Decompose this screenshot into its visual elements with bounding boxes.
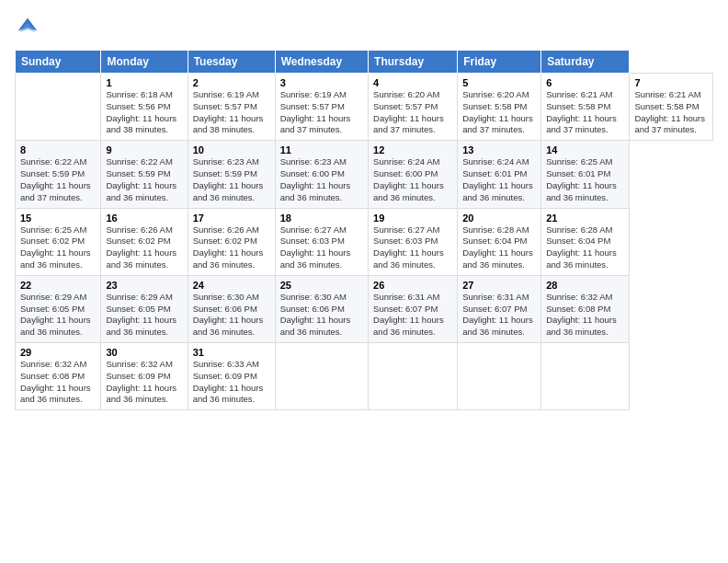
header-day: Thursday bbox=[369, 51, 458, 74]
day-number: 16 bbox=[106, 213, 182, 224]
day-info: Sunrise: 6:28 AMSunset: 6:04 PMDaylight:… bbox=[462, 224, 536, 271]
calendar-day-cell: 7Sunrise: 6:21 AMSunset: 5:58 PMDaylight… bbox=[630, 74, 713, 141]
day-info: Sunrise: 6:23 AMSunset: 5:59 PMDaylight:… bbox=[193, 156, 270, 203]
calendar-day-cell: 16Sunrise: 6:26 AMSunset: 6:02 PMDayligh… bbox=[101, 208, 188, 275]
calendar-day-cell: 13Sunrise: 6:24 AMSunset: 6:01 PMDayligh… bbox=[458, 141, 541, 208]
day-info: Sunrise: 6:21 AMSunset: 5:58 PMDaylight:… bbox=[634, 89, 708, 136]
calendar-day-cell bbox=[369, 343, 458, 410]
day-info: Sunrise: 6:32 AMSunset: 6:09 PMDaylight:… bbox=[106, 359, 182, 406]
day-number: 22 bbox=[20, 280, 96, 291]
header-day: Saturday bbox=[541, 51, 630, 74]
day-info: Sunrise: 6:31 AMSunset: 6:07 PMDaylight:… bbox=[373, 292, 452, 339]
day-number: 5 bbox=[462, 77, 536, 88]
calendar-day-cell bbox=[275, 343, 368, 410]
calendar-day-cell: 10Sunrise: 6:23 AMSunset: 5:59 PMDayligh… bbox=[188, 141, 275, 208]
calendar-day-cell: 15Sunrise: 6:25 AMSunset: 6:02 PMDayligh… bbox=[16, 208, 101, 275]
day-info: Sunrise: 6:25 AMSunset: 6:02 PMDaylight:… bbox=[20, 224, 96, 271]
day-info: Sunrise: 6:27 AMSunset: 6:03 PMDaylight:… bbox=[373, 224, 452, 271]
day-info: Sunrise: 6:26 AMSunset: 6:02 PMDaylight:… bbox=[106, 224, 182, 271]
day-info: Sunrise: 6:19 AMSunset: 5:57 PMDaylight:… bbox=[193, 89, 270, 136]
day-info: Sunrise: 6:24 AMSunset: 6:00 PMDaylight:… bbox=[373, 156, 452, 203]
calendar-week-row: 29Sunrise: 6:32 AMSunset: 6:08 PMDayligh… bbox=[16, 343, 713, 410]
calendar-day-cell: 25Sunrise: 6:30 AMSunset: 6:06 PMDayligh… bbox=[275, 275, 368, 342]
calendar-day-cell bbox=[458, 343, 541, 410]
day-number: 6 bbox=[546, 77, 624, 88]
calendar-day-cell: 21Sunrise: 6:28 AMSunset: 6:04 PMDayligh… bbox=[541, 208, 630, 275]
day-number: 12 bbox=[373, 144, 452, 155]
day-number: 4 bbox=[373, 77, 452, 88]
day-number: 20 bbox=[462, 213, 536, 224]
calendar-day-cell: 30Sunrise: 6:32 AMSunset: 6:09 PMDayligh… bbox=[101, 343, 188, 410]
day-info: Sunrise: 6:20 AMSunset: 5:58 PMDaylight:… bbox=[462, 89, 536, 136]
calendar-table: SundayMondayTuesdayWednesdayThursdayFrid… bbox=[15, 50, 713, 410]
calendar-day-cell: 23Sunrise: 6:29 AMSunset: 6:05 PMDayligh… bbox=[101, 275, 188, 342]
logo bbox=[15, 15, 44, 40]
day-number: 28 bbox=[546, 280, 624, 291]
day-number: 2 bbox=[193, 77, 270, 88]
day-info: Sunrise: 6:30 AMSunset: 6:06 PMDaylight:… bbox=[280, 292, 363, 339]
calendar-day-cell: 18Sunrise: 6:27 AMSunset: 6:03 PMDayligh… bbox=[275, 208, 368, 275]
day-info: Sunrise: 6:29 AMSunset: 6:05 PMDaylight:… bbox=[106, 292, 182, 339]
day-number: 14 bbox=[546, 144, 624, 155]
calendar-day-cell: 8Sunrise: 6:22 AMSunset: 5:59 PMDaylight… bbox=[16, 141, 101, 208]
logo-icon bbox=[15, 15, 40, 40]
day-number: 13 bbox=[462, 144, 536, 155]
calendar-day-cell: 29Sunrise: 6:32 AMSunset: 6:08 PMDayligh… bbox=[16, 343, 101, 410]
day-number: 9 bbox=[106, 144, 182, 155]
calendar-week-row: 15Sunrise: 6:25 AMSunset: 6:02 PMDayligh… bbox=[16, 208, 713, 275]
calendar-day-cell: 3Sunrise: 6:19 AMSunset: 5:57 PMDaylight… bbox=[275, 74, 368, 141]
calendar-day-cell: 9Sunrise: 6:22 AMSunset: 5:59 PMDaylight… bbox=[101, 141, 188, 208]
header-day: Friday bbox=[458, 51, 541, 74]
day-info: Sunrise: 6:21 AMSunset: 5:58 PMDaylight:… bbox=[546, 89, 624, 136]
day-info: Sunrise: 6:20 AMSunset: 5:57 PMDaylight:… bbox=[373, 89, 452, 136]
calendar-day-cell: 31Sunrise: 6:33 AMSunset: 6:09 PMDayligh… bbox=[188, 343, 275, 410]
day-info: Sunrise: 6:22 AMSunset: 5:59 PMDaylight:… bbox=[20, 156, 96, 203]
header bbox=[15, 15, 713, 40]
day-info: Sunrise: 6:27 AMSunset: 6:03 PMDaylight:… bbox=[280, 224, 363, 271]
day-info: Sunrise: 6:19 AMSunset: 5:57 PMDaylight:… bbox=[280, 89, 363, 136]
day-number: 1 bbox=[106, 77, 182, 88]
day-info: Sunrise: 6:29 AMSunset: 6:05 PMDaylight:… bbox=[20, 292, 96, 339]
calendar-day-cell bbox=[16, 74, 101, 141]
day-number: 26 bbox=[373, 280, 452, 291]
day-number: 19 bbox=[373, 213, 452, 224]
calendar-day-cell: 22Sunrise: 6:29 AMSunset: 6:05 PMDayligh… bbox=[16, 275, 101, 342]
day-info: Sunrise: 6:33 AMSunset: 6:09 PMDaylight:… bbox=[193, 359, 270, 406]
calendar-day-cell: 17Sunrise: 6:26 AMSunset: 6:02 PMDayligh… bbox=[188, 208, 275, 275]
day-info: Sunrise: 6:32 AMSunset: 6:08 PMDaylight:… bbox=[546, 292, 624, 339]
calendar-day-cell: 27Sunrise: 6:31 AMSunset: 6:07 PMDayligh… bbox=[458, 275, 541, 342]
day-info: Sunrise: 6:28 AMSunset: 6:04 PMDaylight:… bbox=[546, 224, 624, 271]
page-container: SundayMondayTuesdayWednesdayThursdayFrid… bbox=[0, 0, 728, 563]
header-day: Tuesday bbox=[188, 51, 275, 74]
calendar-day-cell: 20Sunrise: 6:28 AMSunset: 6:04 PMDayligh… bbox=[458, 208, 541, 275]
day-number: 29 bbox=[20, 347, 96, 358]
calendar-day-cell: 2Sunrise: 6:19 AMSunset: 5:57 PMDaylight… bbox=[188, 74, 275, 141]
day-number: 25 bbox=[280, 280, 363, 291]
day-info: Sunrise: 6:24 AMSunset: 6:01 PMDaylight:… bbox=[462, 156, 536, 203]
calendar-day-cell: 4Sunrise: 6:20 AMSunset: 5:57 PMDaylight… bbox=[369, 74, 458, 141]
header-day: Wednesday bbox=[275, 51, 368, 74]
day-number: 7 bbox=[634, 77, 708, 88]
calendar-day-cell: 26Sunrise: 6:31 AMSunset: 6:07 PMDayligh… bbox=[369, 275, 458, 342]
day-number: 3 bbox=[280, 77, 363, 88]
day-number: 18 bbox=[280, 213, 363, 224]
day-number: 31 bbox=[193, 347, 270, 358]
day-info: Sunrise: 6:18 AMSunset: 5:56 PMDaylight:… bbox=[106, 89, 182, 136]
day-number: 27 bbox=[462, 280, 536, 291]
calendar-day-cell: 28Sunrise: 6:32 AMSunset: 6:08 PMDayligh… bbox=[541, 275, 630, 342]
calendar-day-cell: 19Sunrise: 6:27 AMSunset: 6:03 PMDayligh… bbox=[369, 208, 458, 275]
day-number: 21 bbox=[546, 213, 624, 224]
calendar-week-row: 22Sunrise: 6:29 AMSunset: 6:05 PMDayligh… bbox=[16, 275, 713, 342]
calendar-week-row: 8Sunrise: 6:22 AMSunset: 5:59 PMDaylight… bbox=[16, 141, 713, 208]
calendar-week-row: 1Sunrise: 6:18 AMSunset: 5:56 PMDaylight… bbox=[16, 74, 713, 141]
day-number: 30 bbox=[106, 347, 182, 358]
day-number: 23 bbox=[106, 280, 182, 291]
day-number: 15 bbox=[20, 213, 96, 224]
day-number: 8 bbox=[20, 144, 96, 155]
header-day: Monday bbox=[101, 51, 188, 74]
day-info: Sunrise: 6:26 AMSunset: 6:02 PMDaylight:… bbox=[193, 224, 270, 271]
calendar-day-cell: 24Sunrise: 6:30 AMSunset: 6:06 PMDayligh… bbox=[188, 275, 275, 342]
day-info: Sunrise: 6:23 AMSunset: 6:00 PMDaylight:… bbox=[280, 156, 363, 203]
day-info: Sunrise: 6:25 AMSunset: 6:01 PMDaylight:… bbox=[546, 156, 624, 203]
day-info: Sunrise: 6:22 AMSunset: 5:59 PMDaylight:… bbox=[106, 156, 182, 203]
